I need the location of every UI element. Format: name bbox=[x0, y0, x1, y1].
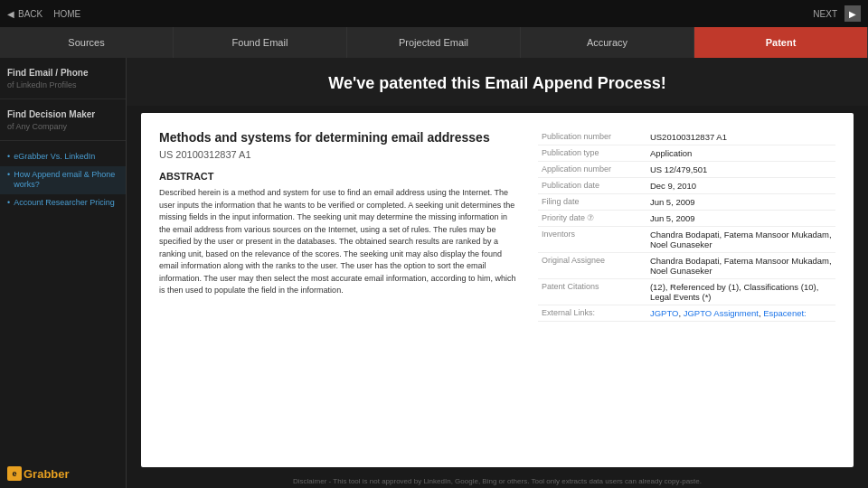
top-bar: ◀ BACK HOME NEXT ▶ bbox=[0, 0, 868, 27]
meta-label-inventors: Inventors bbox=[538, 227, 646, 253]
meta-label-app-number: Application number bbox=[538, 162, 646, 178]
main-content: Find Email / Phone of LinkedIn Profiles … bbox=[0, 58, 868, 488]
tab-sources-label: Sources bbox=[68, 37, 104, 48]
meta-value-citations: (12), Referenced by (1), Classifications… bbox=[646, 279, 835, 305]
tab-sources[interactable]: Sources bbox=[0, 27, 174, 58]
back-label: BACK bbox=[18, 9, 42, 19]
sidebar-logo: e Grabber bbox=[0, 459, 126, 488]
meta-label-external: External Links: bbox=[538, 305, 646, 322]
page-heading-text: We've patented this Email Append Process… bbox=[328, 74, 665, 92]
sidebar-section-email-phone: Find Email / Phone of LinkedIn Profiles bbox=[0, 58, 126, 99]
patent-meta-table: Publication number US20100312837 A1 Publ… bbox=[538, 129, 835, 322]
next-label: NEXT bbox=[813, 9, 837, 19]
meta-row-external: External Links: JGPTO, JGPTO Assignment,… bbox=[538, 305, 835, 322]
home-label: HOME bbox=[53, 9, 80, 19]
external-link-jgpto-assignment[interactable]: JGPTO Assignment bbox=[684, 308, 759, 318]
meta-value-app-number: US 12/479,501 bbox=[646, 162, 835, 178]
meta-label-citations: Patent Citations bbox=[538, 279, 646, 305]
patent-abstract-title: ABSTRACT bbox=[159, 171, 516, 182]
meta-label-pub-date: Publication date bbox=[538, 178, 646, 194]
tab-found-email-label: Found Email bbox=[232, 37, 288, 48]
meta-value-external: JGPTO, JGPTO Assignment, Espacenet: bbox=[646, 305, 835, 322]
tab-patent-label: Patent bbox=[766, 37, 797, 48]
tab-projected-email-label: Projected Email bbox=[399, 37, 468, 48]
meta-value-assignee: Chandra Bodapati, Fatema Mansoor Mukadam… bbox=[646, 253, 835, 279]
content-area: We've patented this Email Append Process… bbox=[127, 58, 868, 488]
top-bar-left: ◀ BACK HOME bbox=[7, 9, 80, 19]
tab-navigation: Sources Found Email Projected Email Accu… bbox=[0, 27, 868, 58]
meta-row-app-number: Application number US 12/479,501 bbox=[538, 162, 835, 178]
meta-row-priority-date: Priority date ⑦ Jun 5, 2009 bbox=[538, 211, 835, 227]
meta-row-inventors: Inventors Chandra Bodapati, Fatema Manso… bbox=[538, 227, 835, 253]
meta-label-filing-date: Filing date bbox=[538, 194, 646, 211]
meta-label-priority-date: Priority date ⑦ bbox=[538, 211, 646, 227]
logo-icon: e bbox=[7, 466, 22, 481]
meta-row-citations: Patent Citations (12), Referenced by (1)… bbox=[538, 279, 835, 305]
external-link-espacenet[interactable]: Espacenet: bbox=[763, 308, 807, 318]
home-button[interactable]: HOME bbox=[53, 9, 80, 19]
meta-row-pub-date: Publication date Dec 9, 2010 bbox=[538, 178, 835, 194]
tab-accuracy-label: Accuracy bbox=[587, 37, 627, 48]
patent-right: Publication number US20100312837 A1 Publ… bbox=[538, 129, 835, 322]
tab-found-email[interactable]: Found Email bbox=[174, 27, 347, 58]
disclaimer-text: Disclaimer - This tool is not approved b… bbox=[293, 477, 702, 485]
external-link-jgpto[interactable]: JGPTO bbox=[650, 308, 679, 318]
meta-label-assignee: Original Assignee bbox=[538, 253, 646, 279]
tab-projected-email[interactable]: Projected Email bbox=[347, 27, 521, 58]
patent-inner: Methods and systems for determining emai… bbox=[141, 113, 854, 338]
sidebar-link-egrabber-vs-linkedin-label: eGrabber Vs. LinkedIn bbox=[14, 152, 95, 163]
meta-label-pub-number: Publication number bbox=[538, 129, 646, 145]
meta-value-pub-date: Dec 9, 2010 bbox=[646, 178, 835, 194]
meta-value-pub-type: Application bbox=[646, 145, 835, 162]
sidebar-link-how-append[interactable]: How Append email & Phone works? bbox=[0, 166, 126, 194]
sidebar: Find Email / Phone of LinkedIn Profiles … bbox=[0, 58, 127, 488]
sidebar-link-pricing-label: Account Researcher Pricing bbox=[14, 198, 115, 209]
meta-value-pub-number: US20100312837 A1 bbox=[646, 129, 835, 145]
meta-value-filing-date: Jun 5, 2009 bbox=[646, 194, 835, 211]
sidebar-decision-maker-title: Find Decision Maker bbox=[7, 108, 118, 120]
meta-row-pub-type: Publication type Application bbox=[538, 145, 835, 162]
tab-patent[interactable]: Patent bbox=[694, 27, 868, 58]
top-bar-right: NEXT ▶ bbox=[813, 5, 861, 22]
sidebar-links: eGrabber Vs. LinkedIn How Append email &… bbox=[0, 141, 126, 459]
back-button[interactable]: ◀ BACK bbox=[7, 9, 42, 19]
next-button[interactable]: NEXT bbox=[813, 9, 837, 19]
tab-accuracy[interactable]: Accuracy bbox=[521, 27, 694, 58]
sidebar-email-phone-title: Find Email / Phone bbox=[7, 67, 118, 79]
patent-container: Methods and systems for determining emai… bbox=[141, 113, 854, 467]
page-heading: We've patented this Email Append Process… bbox=[127, 58, 868, 106]
meta-row-filing-date: Filing date Jun 5, 2009 bbox=[538, 194, 835, 211]
sidebar-decision-maker-sub: of Any Company bbox=[7, 122, 118, 131]
patent-abstract-text: Described herein is a method and system … bbox=[159, 187, 516, 297]
patent-left: Methods and systems for determining emai… bbox=[159, 129, 516, 322]
sidebar-email-phone-sub: of LinkedIn Profiles bbox=[7, 80, 118, 89]
sidebar-link-how-append-label: How Append email & Phone works? bbox=[14, 170, 118, 191]
meta-label-pub-type: Publication type bbox=[538, 145, 646, 162]
disclaimer-bar: Disclaimer - This tool is not approved b… bbox=[127, 474, 868, 488]
sidebar-link-egrabber-vs-linkedin[interactable]: eGrabber Vs. LinkedIn bbox=[0, 148, 126, 166]
logo-text: Grabber bbox=[24, 467, 70, 481]
meta-value-priority-date: Jun 5, 2009 bbox=[646, 211, 835, 227]
back-arrow-icon: ◀ bbox=[7, 9, 14, 19]
patent-number: US 20100312837 A1 bbox=[159, 149, 516, 160]
nav-arrow-icon: ▶ bbox=[849, 9, 856, 19]
meta-row-assignee: Original Assignee Chandra Bodapati, Fate… bbox=[538, 253, 835, 279]
meta-value-inventors: Chandra Bodapati, Fatema Mansoor Mukadam… bbox=[646, 227, 835, 253]
patent-title: Methods and systems for determining emai… bbox=[159, 129, 516, 145]
sidebar-section-decision-maker: Find Decision Maker of Any Company bbox=[0, 99, 126, 141]
next-arrow-button[interactable]: ▶ bbox=[844, 5, 861, 22]
sidebar-link-pricing[interactable]: Account Researcher Pricing bbox=[0, 194, 126, 212]
meta-row-pub-number: Publication number US20100312837 A1 bbox=[538, 129, 835, 145]
